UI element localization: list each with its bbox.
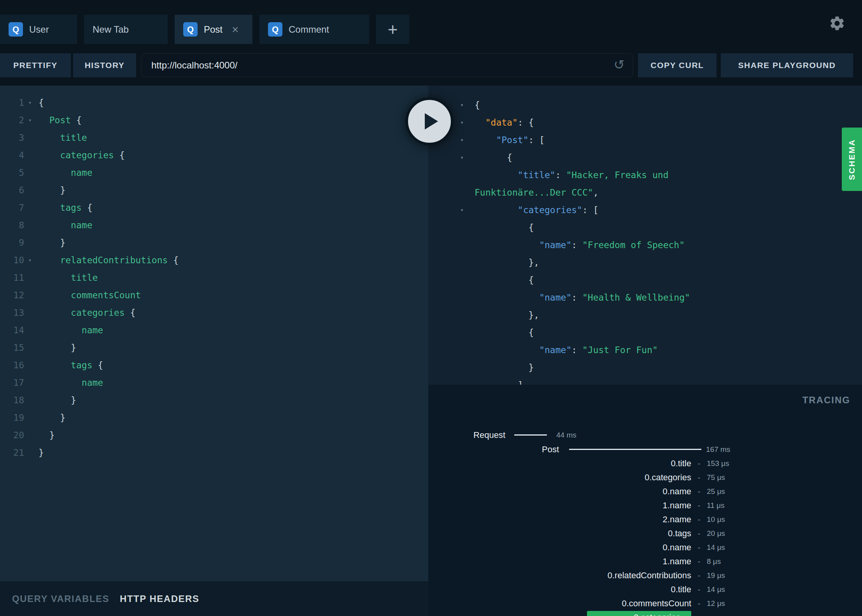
fold-arrow-icon[interactable]: ▾ [24,252,36,269]
collapse-arrow-icon[interactable]: ▾ [460,114,472,131]
line-number: 12 [0,287,24,304]
line-number: 16 [0,357,24,374]
resolver-value: 14 μs [707,585,725,594]
response-line: Funktionäre...Der CCC", [428,184,862,201]
response-viewer: ▾{▾ "data": {▾ "Post": [▾ { "title": "Ha… [428,86,862,385]
query-editor-line[interactable]: 6 } [0,182,428,199]
query-editor-line[interactable]: 13 categories { [0,304,428,322]
query-editor-line[interactable]: 5 name [0,164,428,182]
resolver-value: 11 μs [707,501,724,510]
json-text: "data": { [475,114,534,131]
resolver-dash: - [691,473,707,482]
json-text: "Post": [ [475,131,545,149]
line-number: 10 [0,252,24,269]
tracing-resolver-row: 0.categories-75 μs [428,471,862,485]
query-editor-line[interactable]: 1▾{ [0,94,428,112]
line-number: 7 [0,199,24,217]
http-headers-button[interactable]: HTTP HEADERS [120,593,199,604]
query-editor-line[interactable]: 19 } [0,409,428,427]
code-text: name [39,374,103,392]
share-playground-button[interactable]: SHARE PLAYGROUND [721,53,853,77]
query-editor-line[interactable]: 15 } [0,339,428,357]
json-text: }, [475,254,539,271]
response-line: ▾ "data": { [428,114,862,131]
code-text: tags { [39,357,103,374]
query-editor-line[interactable]: 16 tags { [0,357,428,374]
query-variables-button[interactable]: QUERY VARIABLES [12,593,109,604]
response-line: { [428,324,862,341]
response-line: }, [428,254,862,271]
response-line: ▾ { [428,149,862,166]
query-editor-line[interactable]: 7 tags { [0,199,428,217]
copy-curl-button[interactable]: COPY CURL [638,53,717,77]
fold-arrow-icon[interactable]: ▾ [24,94,36,112]
resolver-dash: - [691,571,707,580]
execute-button[interactable] [405,97,454,145]
query-tab-icon: Q [183,22,198,37]
query-editor-line[interactable]: 20 } [0,427,428,444]
response-line: ▾{ [428,96,862,114]
json-text: "name": "Just For Fun" [475,341,658,359]
line-number: 8 [0,217,24,234]
tab-new-tab[interactable]: New Tab [84,15,168,44]
response-line: "title": "Hacker, Freaks und [428,166,862,184]
query-editor-line[interactable]: 21} [0,444,428,462]
response-pane: ▾{▾ "data": {▾ "Post": [▾ { "title": "Ha… [428,86,862,616]
schema-tab[interactable]: SCHEMA [842,128,862,191]
tab-post[interactable]: Q Post × [175,15,252,44]
json-text: { [475,324,534,341]
code-text: Post { [39,112,82,129]
resolver-label: 0.title [428,458,691,469]
code-text: relatedContributions { [39,252,179,269]
tracing-operation-bar [569,449,701,450]
code-text: name [39,322,103,339]
query-editor-line[interactable]: 3 title [0,129,428,147]
resolver-label: 0.name [428,486,691,497]
resolver-label: 0.categories [428,472,691,483]
json-text: { [475,96,480,114]
collapse-arrow-icon[interactable]: ▾ [460,96,472,114]
query-editor-line[interactable]: 10▾ relatedContributions { [0,252,428,269]
tracing-request-value: 44 ms [556,431,576,439]
resolver-dash: - [691,515,707,524]
reload-icon[interactable]: ↺ [614,58,625,71]
collapse-arrow-icon[interactable]: ▾ [460,131,472,149]
close-icon[interactable]: × [232,24,239,35]
resolver-label: 0.relatedContributions [428,570,691,581]
fold-arrow-icon[interactable]: ▾ [24,112,36,129]
collapse-arrow-icon[interactable]: ▾ [460,149,472,166]
resolver-dash: - [691,557,707,566]
resolver-dash: - [691,529,707,538]
query-editor-line[interactable]: 17 name [0,374,428,392]
query-editor-line[interactable]: 11 title [0,269,428,287]
tab-label: New Tab [93,24,129,35]
query-editor-line[interactable]: 18 } [0,392,428,409]
json-text: { [475,271,534,289]
tracing-operation-row: Post 167 ms [428,442,862,457]
code-text: } [39,234,65,252]
json-text: "name": "Freedom of Speech" [475,236,685,254]
url-input[interactable] [141,53,633,77]
query-editor-line[interactable]: 9 } [0,234,428,252]
response-line: "name": "Just For Fun" [428,341,862,359]
resolver-label: 0.title [428,584,691,595]
code-text: } [39,444,44,462]
query-editor[interactable]: 1▾{2▾ Post {3 title4 categories {5 name6… [0,86,428,581]
resolver-dash: - [691,585,707,594]
query-editor-line[interactable]: 12 commentsCount [0,287,428,304]
tab-user[interactable]: Q User [0,15,77,44]
query-editor-line[interactable]: 8 name [0,217,428,234]
history-button[interactable]: HISTORY [73,53,136,77]
settings-button[interactable] [827,13,847,33]
tab-comment[interactable]: Q Comment [259,15,369,44]
add-tab-button[interactable]: + [376,15,409,44]
resolver-dash: - [691,543,707,552]
query-editor-line[interactable]: 4 categories { [0,147,428,164]
query-editor-line[interactable]: 14 name [0,322,428,339]
prettify-button[interactable]: PRETTIFY [0,53,71,77]
collapse-arrow-icon[interactable]: ▾ [460,201,472,219]
query-editor-line[interactable]: 2▾ Post { [0,112,428,129]
response-line: } [428,359,862,376]
tracing-resolver-row: 0.name-14 μs [428,541,862,555]
resolver-value: 25 μs [707,487,725,496]
